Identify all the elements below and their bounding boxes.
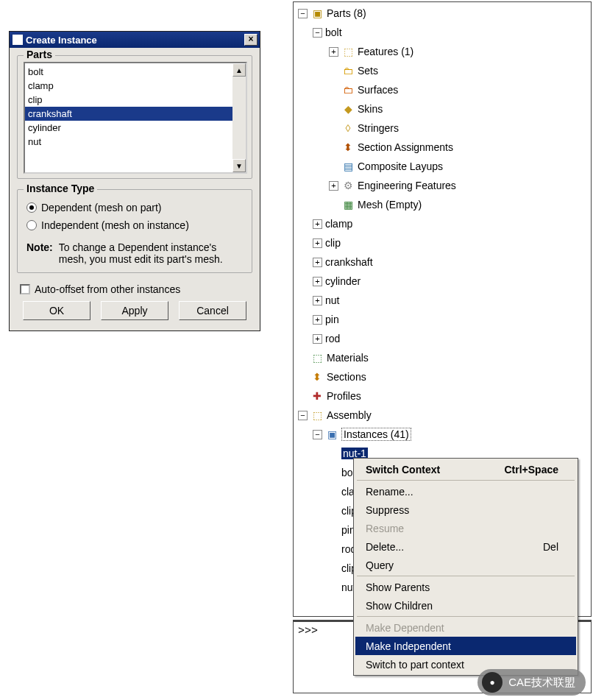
ctx-rename[interactable]: Rename... [355, 482, 576, 501]
ctx-label: Suppress [366, 504, 409, 516]
parts-icon: ▣ [310, 7, 324, 19]
radio-independent[interactable] [26, 220, 37, 230]
system-menu-icon[interactable] [13, 35, 23, 45]
tree-label: clamp [325, 218, 352, 230]
tree-clip[interactable]: +clip [295, 233, 589, 252]
ok-button[interactable]: OK [23, 301, 90, 320]
parts-groupbox: Parts bolt clamp clip crankshaft cylinde… [17, 55, 252, 179]
list-item[interactable]: bolt [25, 65, 232, 79]
skins-icon: ◆ [341, 103, 355, 115]
tree-label: Composite Layups [358, 160, 443, 172]
ctx-label: Resume [366, 523, 404, 534]
sections-icon: ⬍ [310, 371, 324, 383]
tree-mesh[interactable]: ▦ Mesh (Empty) [295, 195, 589, 214]
tree-crankshaft[interactable]: +crankshaft [295, 252, 589, 272]
profiles-icon: ✚ [310, 390, 324, 402]
scroll-up-icon[interactable]: ▲ [232, 63, 246, 77]
tree-features[interactable]: + ⬚ Features (1) [295, 42, 589, 61]
watermark-text: CAE技术联盟 [508, 676, 575, 690]
plus-icon[interactable]: + [329, 47, 338, 57]
plus-icon[interactable]: + [313, 219, 322, 229]
ctx-switch-context[interactable]: Switch Context Ctrl+Space [355, 460, 576, 478]
tree-label: pin [325, 314, 339, 325]
eng-features-icon: ⚙ [341, 180, 355, 191]
ctx-suppress[interactable]: Suppress [355, 501, 576, 519]
ctx-query[interactable]: Query [355, 556, 576, 574]
separator [357, 616, 575, 617]
ctx-delete[interactable]: Delete... Del [355, 537, 576, 556]
ctx-label: Query [366, 559, 394, 571]
plus-icon[interactable]: + [329, 181, 338, 191]
dialog-body: Parts bolt clamp clip crankshaft cylinde… [10, 48, 260, 330]
ctx-resume: Resume [355, 519, 576, 537]
tree-cylinder[interactable]: +cylinder [295, 272, 589, 291]
scroll-down-icon[interactable]: ▼ [232, 159, 246, 172]
ctx-label: Switch to part context [366, 659, 464, 671]
plus-icon[interactable]: + [313, 296, 322, 305]
minus-icon[interactable]: − [298, 9, 308, 18]
scroll-track[interactable] [232, 77, 246, 159]
scrollbar[interactable]: ▲ ▼ [232, 63, 246, 172]
tree-sections[interactable]: ⬍Sections [295, 367, 589, 386]
separator [357, 576, 575, 576]
parts-listbox[interactable]: bolt clamp clip crankshaft cylinder nut … [24, 62, 247, 174]
tree-parts[interactable]: − ▣ Parts (8) [295, 4, 589, 23]
list-item[interactable]: clamp [25, 79, 232, 93]
auto-offset-row[interactable]: Auto-offset from other instances [20, 283, 249, 295]
tree-label: Stringers [358, 122, 399, 134]
tree-label: rod [325, 333, 340, 344]
folder-icon: 🗀 [341, 65, 355, 77]
ctx-accel: Del [543, 541, 558, 553]
instance-type-legend: Instance Type [24, 183, 97, 194]
radio-dependent-row[interactable]: Dependent (mesh on part) [26, 202, 247, 213]
context-menu: Switch Context Ctrl+Space Rename... Supp… [353, 458, 578, 676]
plus-icon[interactable]: + [313, 334, 322, 344]
tree-nut[interactable]: +nut [295, 291, 589, 310]
list-item[interactable]: clip [25, 93, 232, 107]
minus-icon[interactable]: − [313, 430, 322, 439]
minus-icon[interactable]: − [313, 28, 322, 38]
materials-icon: ⬚ [310, 352, 324, 364]
tree-profiles[interactable]: ✚Profiles [295, 386, 589, 406]
tree-surfaces[interactable]: 🗀 Surfaces [295, 80, 589, 99]
radio-dependent[interactable] [26, 202, 37, 213]
list-item[interactable]: cylinder [25, 121, 232, 135]
tree-rod[interactable]: +rod [295, 329, 589, 348]
tree-instances[interactable]: − ▣ Instances (41) [295, 425, 589, 444]
list-item-selected[interactable]: crankshaft [25, 107, 232, 121]
radio-independent-row[interactable]: Independent (mesh on instance) [26, 219, 247, 231]
plus-icon[interactable]: + [313, 315, 322, 325]
dialog-title: Create Instance [26, 35, 241, 46]
tree-stringers[interactable]: ◊ Stringers [295, 119, 589, 138]
tree-bolt[interactable]: − bolt [295, 23, 589, 42]
titlebar[interactable]: Create Instance × [10, 32, 260, 48]
tree-section-assign[interactable]: ⬍ Section Assignments [295, 138, 589, 157]
list-item[interactable]: nut [25, 135, 232, 149]
ctx-show-children[interactable]: Show Children [355, 596, 576, 615]
auto-offset-checkbox[interactable] [20, 284, 30, 294]
ctx-make-independent[interactable]: Make Independent [355, 637, 576, 655]
ctx-show-parents[interactable]: Show Parents [355, 578, 576, 596]
tree-eng-features[interactable]: + ⚙ Engineering Features [295, 176, 589, 195]
tree-materials[interactable]: ⬚Materials [295, 348, 589, 367]
tree-pin[interactable]: +pin [295, 310, 589, 329]
tree-clamp[interactable]: +clamp [295, 214, 589, 233]
tree-label: Features (1) [358, 46, 413, 57]
console-prompt: >>> [298, 625, 318, 637]
tree-assembly[interactable]: − ⬚ Assembly [295, 406, 589, 425]
composite-icon: ▤ [341, 160, 355, 172]
cancel-button[interactable]: Cancel [179, 301, 246, 320]
tree-sets[interactable]: 🗀 Sets [295, 61, 589, 80]
plus-icon[interactable]: + [313, 258, 322, 267]
tree-composite[interactable]: ▤ Composite Layups [295, 157, 589, 176]
close-button[interactable]: × [244, 34, 258, 46]
parts-legend: Parts [24, 49, 55, 60]
plus-icon[interactable]: + [313, 238, 322, 248]
ctx-make-dependent: Make Dependent [355, 618, 576, 637]
tree-skins[interactable]: ◆ Skins [295, 99, 589, 119]
minus-icon[interactable]: − [298, 411, 308, 420]
apply-button[interactable]: Apply [101, 301, 168, 320]
plus-icon[interactable]: + [313, 277, 322, 286]
ctx-label: Show Children [366, 600, 433, 612]
ctx-label: Switch Context [366, 464, 440, 475]
